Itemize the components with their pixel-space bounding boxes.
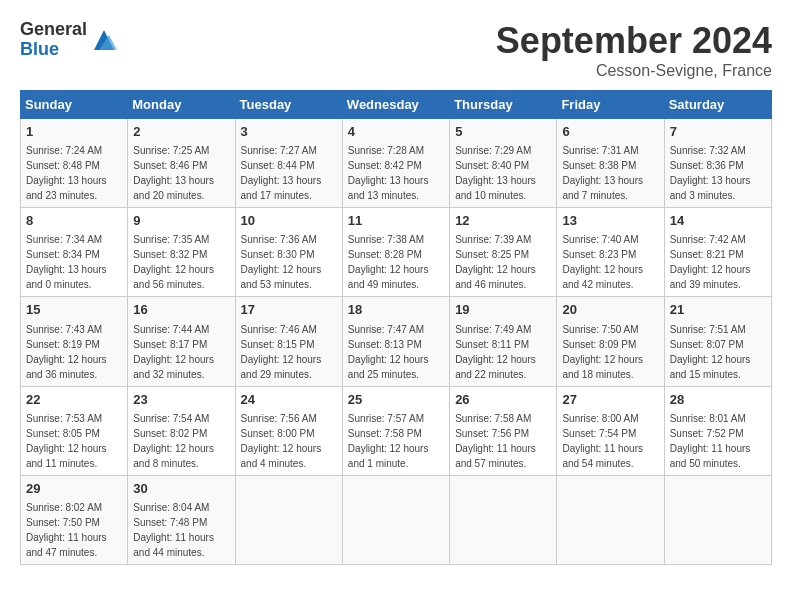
location-title: Cesson-Sevigne, France	[496, 62, 772, 80]
col-monday: Monday	[128, 91, 235, 119]
day-number: 22	[26, 391, 122, 409]
day-info: Sunrise: 7:31 AM Sunset: 8:38 PM Dayligh…	[562, 143, 658, 203]
day-number: 1	[26, 123, 122, 141]
table-row: 30Sunrise: 8:04 AM Sunset: 7:48 PM Dayli…	[128, 475, 235, 564]
day-info: Sunrise: 8:01 AM Sunset: 7:52 PM Dayligh…	[670, 411, 766, 471]
day-number: 30	[133, 480, 229, 498]
day-info: Sunrise: 7:53 AM Sunset: 8:05 PM Dayligh…	[26, 411, 122, 471]
table-row: 11Sunrise: 7:38 AM Sunset: 8:28 PM Dayli…	[342, 208, 449, 297]
header-row: Sunday Monday Tuesday Wednesday Thursday…	[21, 91, 772, 119]
day-number: 17	[241, 301, 337, 319]
day-info: Sunrise: 7:25 AM Sunset: 8:46 PM Dayligh…	[133, 143, 229, 203]
table-row	[235, 475, 342, 564]
table-row: 13Sunrise: 7:40 AM Sunset: 8:23 PM Dayli…	[557, 208, 664, 297]
day-info: Sunrise: 8:04 AM Sunset: 7:48 PM Dayligh…	[133, 500, 229, 560]
table-row: 7Sunrise: 7:32 AM Sunset: 8:36 PM Daylig…	[664, 119, 771, 208]
table-row: 15Sunrise: 7:43 AM Sunset: 8:19 PM Dayli…	[21, 297, 128, 386]
calendar-week-row: 22Sunrise: 7:53 AM Sunset: 8:05 PM Dayli…	[21, 386, 772, 475]
table-row: 2Sunrise: 7:25 AM Sunset: 8:46 PM Daylig…	[128, 119, 235, 208]
day-number: 14	[670, 212, 766, 230]
day-info: Sunrise: 7:28 AM Sunset: 8:42 PM Dayligh…	[348, 143, 444, 203]
day-info: Sunrise: 8:00 AM Sunset: 7:54 PM Dayligh…	[562, 411, 658, 471]
table-row	[450, 475, 557, 564]
table-row: 14Sunrise: 7:42 AM Sunset: 8:21 PM Dayli…	[664, 208, 771, 297]
calendar-week-row: 8Sunrise: 7:34 AM Sunset: 8:34 PM Daylig…	[21, 208, 772, 297]
day-number: 4	[348, 123, 444, 141]
day-info: Sunrise: 7:50 AM Sunset: 8:09 PM Dayligh…	[562, 322, 658, 382]
day-number: 13	[562, 212, 658, 230]
day-number: 6	[562, 123, 658, 141]
day-number: 21	[670, 301, 766, 319]
calendar-week-row: 15Sunrise: 7:43 AM Sunset: 8:19 PM Dayli…	[21, 297, 772, 386]
day-info: Sunrise: 7:24 AM Sunset: 8:48 PM Dayligh…	[26, 143, 122, 203]
day-info: Sunrise: 7:57 AM Sunset: 7:58 PM Dayligh…	[348, 411, 444, 471]
table-row: 23Sunrise: 7:54 AM Sunset: 8:02 PM Dayli…	[128, 386, 235, 475]
day-info: Sunrise: 7:44 AM Sunset: 8:17 PM Dayligh…	[133, 322, 229, 382]
day-info: Sunrise: 7:54 AM Sunset: 8:02 PM Dayligh…	[133, 411, 229, 471]
table-row: 28Sunrise: 8:01 AM Sunset: 7:52 PM Dayli…	[664, 386, 771, 475]
day-info: Sunrise: 7:58 AM Sunset: 7:56 PM Dayligh…	[455, 411, 551, 471]
table-row: 19Sunrise: 7:49 AM Sunset: 8:11 PM Dayli…	[450, 297, 557, 386]
table-row: 21Sunrise: 7:51 AM Sunset: 8:07 PM Dayli…	[664, 297, 771, 386]
col-sunday: Sunday	[21, 91, 128, 119]
day-number: 27	[562, 391, 658, 409]
logo-blue-text: Blue	[20, 40, 87, 60]
col-tuesday: Tuesday	[235, 91, 342, 119]
day-number: 2	[133, 123, 229, 141]
table-row	[342, 475, 449, 564]
table-row: 26Sunrise: 7:58 AM Sunset: 7:56 PM Dayli…	[450, 386, 557, 475]
day-info: Sunrise: 7:36 AM Sunset: 8:30 PM Dayligh…	[241, 232, 337, 292]
logo-icon	[89, 25, 119, 55]
day-info: Sunrise: 7:51 AM Sunset: 8:07 PM Dayligh…	[670, 322, 766, 382]
day-number: 10	[241, 212, 337, 230]
table-row: 22Sunrise: 7:53 AM Sunset: 8:05 PM Dayli…	[21, 386, 128, 475]
day-number: 3	[241, 123, 337, 141]
logo: General Blue	[20, 20, 119, 60]
table-row: 24Sunrise: 7:56 AM Sunset: 8:00 PM Dayli…	[235, 386, 342, 475]
col-wednesday: Wednesday	[342, 91, 449, 119]
day-number: 19	[455, 301, 551, 319]
day-number: 26	[455, 391, 551, 409]
day-info: Sunrise: 7:43 AM Sunset: 8:19 PM Dayligh…	[26, 322, 122, 382]
col-thursday: Thursday	[450, 91, 557, 119]
table-row: 17Sunrise: 7:46 AM Sunset: 8:15 PM Dayli…	[235, 297, 342, 386]
day-info: Sunrise: 7:46 AM Sunset: 8:15 PM Dayligh…	[241, 322, 337, 382]
calendar-week-row: 1Sunrise: 7:24 AM Sunset: 8:48 PM Daylig…	[21, 119, 772, 208]
table-row: 4Sunrise: 7:28 AM Sunset: 8:42 PM Daylig…	[342, 119, 449, 208]
day-info: Sunrise: 7:27 AM Sunset: 8:44 PM Dayligh…	[241, 143, 337, 203]
table-row	[664, 475, 771, 564]
table-row: 18Sunrise: 7:47 AM Sunset: 8:13 PM Dayli…	[342, 297, 449, 386]
title-block: September 2024 Cesson-Sevigne, France	[496, 20, 772, 80]
day-number: 11	[348, 212, 444, 230]
day-info: Sunrise: 7:34 AM Sunset: 8:34 PM Dayligh…	[26, 232, 122, 292]
table-row: 27Sunrise: 8:00 AM Sunset: 7:54 PM Dayli…	[557, 386, 664, 475]
day-number: 28	[670, 391, 766, 409]
month-title: September 2024	[496, 20, 772, 62]
day-number: 15	[26, 301, 122, 319]
page-header: General Blue September 2024 Cesson-Sevig…	[20, 20, 772, 80]
day-info: Sunrise: 7:47 AM Sunset: 8:13 PM Dayligh…	[348, 322, 444, 382]
table-row: 20Sunrise: 7:50 AM Sunset: 8:09 PM Dayli…	[557, 297, 664, 386]
day-info: Sunrise: 7:29 AM Sunset: 8:40 PM Dayligh…	[455, 143, 551, 203]
day-number: 18	[348, 301, 444, 319]
day-info: Sunrise: 7:38 AM Sunset: 8:28 PM Dayligh…	[348, 232, 444, 292]
calendar-table: Sunday Monday Tuesday Wednesday Thursday…	[20, 90, 772, 565]
day-number: 8	[26, 212, 122, 230]
day-info: Sunrise: 7:49 AM Sunset: 8:11 PM Dayligh…	[455, 322, 551, 382]
day-number: 9	[133, 212, 229, 230]
col-friday: Friday	[557, 91, 664, 119]
table-row: 12Sunrise: 7:39 AM Sunset: 8:25 PM Dayli…	[450, 208, 557, 297]
table-row: 5Sunrise: 7:29 AM Sunset: 8:40 PM Daylig…	[450, 119, 557, 208]
col-saturday: Saturday	[664, 91, 771, 119]
day-number: 24	[241, 391, 337, 409]
day-info: Sunrise: 7:39 AM Sunset: 8:25 PM Dayligh…	[455, 232, 551, 292]
day-info: Sunrise: 7:35 AM Sunset: 8:32 PM Dayligh…	[133, 232, 229, 292]
table-row: 16Sunrise: 7:44 AM Sunset: 8:17 PM Dayli…	[128, 297, 235, 386]
day-info: Sunrise: 7:40 AM Sunset: 8:23 PM Dayligh…	[562, 232, 658, 292]
table-row: 3Sunrise: 7:27 AM Sunset: 8:44 PM Daylig…	[235, 119, 342, 208]
calendar-week-row: 29Sunrise: 8:02 AM Sunset: 7:50 PM Dayli…	[21, 475, 772, 564]
day-number: 16	[133, 301, 229, 319]
day-info: Sunrise: 7:32 AM Sunset: 8:36 PM Dayligh…	[670, 143, 766, 203]
table-row: 10Sunrise: 7:36 AM Sunset: 8:30 PM Dayli…	[235, 208, 342, 297]
table-row	[557, 475, 664, 564]
